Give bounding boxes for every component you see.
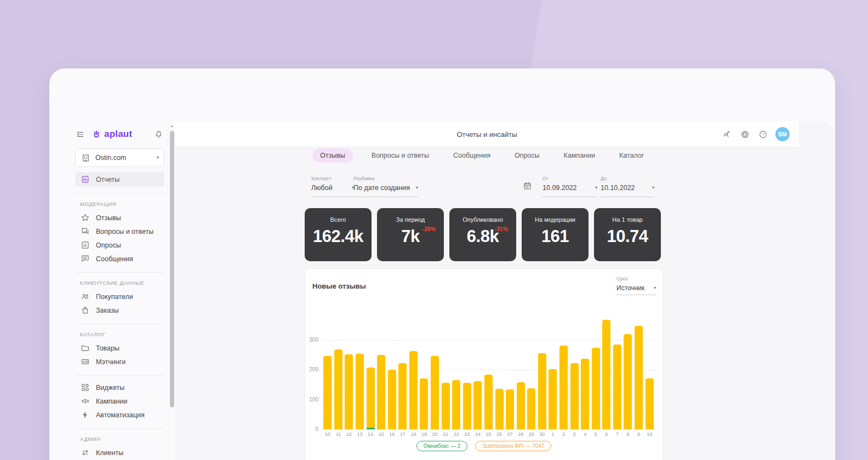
x-axis-label: 10 bbox=[644, 432, 655, 437]
tab-questions-answers[interactable]: Вопросы и ответы bbox=[366, 148, 435, 163]
x-axis-label: 13 bbox=[355, 432, 366, 437]
top-bar: Отчеты и инсайты ? BM bbox=[175, 122, 798, 147]
kpi-label: Всего bbox=[305, 216, 372, 223]
widgets-icon bbox=[80, 383, 90, 393]
x-axis-label: 11 bbox=[333, 432, 344, 437]
x-axis-label: 19 bbox=[419, 432, 430, 437]
megaphone-icon bbox=[80, 396, 90, 406]
context-select[interactable]: Контекст Любой▾ bbox=[311, 176, 354, 197]
sidebar-item-messages[interactable]: Сообщения bbox=[75, 252, 164, 266]
chart-legend: Омнибокс — 2Submissions API — 7047 bbox=[305, 441, 663, 451]
bar-slot bbox=[644, 269, 655, 429]
bar-slot bbox=[612, 269, 623, 429]
bar bbox=[431, 356, 439, 429]
sidebar-item-label: Вопросы и ответы bbox=[96, 228, 153, 235]
bar-slot bbox=[580, 269, 591, 429]
bar bbox=[323, 356, 332, 429]
kpi-label: На 1 товар bbox=[594, 216, 661, 223]
sidebar-item-clients[interactable]: Клиенты bbox=[75, 446, 164, 459]
notifications-bell-icon[interactable] bbox=[153, 129, 163, 139]
page-background: aplaut Ostin.com ▾ Отчеты МОДЕРАЦИЯО bbox=[0, 0, 868, 460]
bar-slot bbox=[365, 269, 376, 429]
y-axis-label: 300 bbox=[305, 337, 318, 343]
sidebar-item-matchings[interactable]: Мэтчинги bbox=[75, 355, 164, 369]
date-to-select[interactable]: До 10.10.2022▾ bbox=[601, 176, 654, 197]
help-icon[interactable]: ? bbox=[757, 129, 768, 140]
breakdown-select[interactable]: Разбивка По дате создания▾ bbox=[353, 176, 418, 197]
tab-polls[interactable]: Опросы bbox=[509, 148, 545, 163]
x-axis-label: 20 bbox=[430, 432, 441, 437]
bar-slot bbox=[440, 269, 451, 429]
bar bbox=[398, 363, 407, 429]
sidebar-divider bbox=[75, 324, 164, 324]
sidebar-header: aplaut bbox=[75, 122, 164, 144]
bar bbox=[570, 363, 579, 429]
bar bbox=[581, 359, 589, 429]
sidebar-item-widgets[interactable]: Виджеты bbox=[75, 381, 164, 394]
bar bbox=[484, 375, 493, 429]
x-axis-label: 10 bbox=[322, 432, 333, 437]
sidebar-item-reports[interactable]: Отчеты bbox=[75, 172, 164, 187]
sidebar-item-polls[interactable]: Опросы bbox=[75, 238, 164, 252]
bar-slot bbox=[623, 269, 633, 429]
sidebar-item-label: Кампании bbox=[96, 398, 127, 405]
scrollbar-thumb[interactable] bbox=[170, 131, 174, 407]
chevron-down-icon: ▾ bbox=[652, 186, 654, 190]
aplaut-logo[interactable]: aplaut bbox=[92, 129, 132, 140]
chevron-down-icon: ▾ bbox=[595, 186, 597, 190]
x-axis-label: 9 bbox=[633, 432, 644, 437]
bar bbox=[473, 381, 482, 429]
project-selector[interactable]: Ostin.com ▾ bbox=[75, 148, 164, 167]
sidebar-item-campaigns[interactable]: Кампании bbox=[75, 394, 164, 408]
sidebar-item-label: Отчеты bbox=[96, 176, 119, 183]
x-axis-label: 25 bbox=[483, 432, 494, 437]
legend-chip[interactable]: Submissions API — 7047 bbox=[475, 441, 551, 451]
x-axis-label: 27 bbox=[505, 432, 516, 437]
legend-chip[interactable]: Омнибокс — 2 bbox=[416, 441, 468, 451]
folder-icon bbox=[80, 343, 90, 353]
sidebar-item-reviews[interactable]: Отзывы bbox=[75, 211, 164, 225]
x-axis-label: 1 bbox=[547, 432, 558, 437]
bar-slot bbox=[462, 269, 473, 429]
bar bbox=[420, 378, 428, 429]
target-icon[interactable] bbox=[739, 129, 750, 140]
tab-campaigns[interactable]: Кампании bbox=[558, 148, 601, 163]
tab-messages[interactable]: Сообщения bbox=[448, 148, 496, 163]
sidebar-scrollbar[interactable]: ▲ ▼ bbox=[168, 122, 176, 460]
bar-slot bbox=[322, 269, 333, 429]
bar-slot bbox=[537, 269, 548, 429]
sidebar-item-orders[interactable]: Заказы bbox=[75, 303, 164, 317]
company-icon bbox=[81, 153, 90, 163]
bar-slot bbox=[633, 269, 644, 429]
date-from-select[interactable]: От 10.09.2022▾ bbox=[542, 176, 597, 197]
x-axis-label: 5 bbox=[590, 432, 601, 437]
product-tour-icon[interactable] bbox=[721, 129, 732, 140]
orders-icon bbox=[80, 306, 90, 315]
sidebar-item-questions-answers[interactable]: Вопросы и ответы bbox=[75, 225, 164, 238]
scroll-up-icon[interactable]: ▲ bbox=[168, 124, 176, 128]
x-axis-label: 14 bbox=[365, 432, 376, 437]
avatar[interactable]: BM bbox=[775, 127, 790, 141]
bar bbox=[624, 334, 632, 429]
kpi-card: За период -26% 7k bbox=[377, 208, 444, 261]
sidebar-item-label: Товары bbox=[96, 344, 119, 352]
sidebar-item-label: Отзывы bbox=[96, 214, 121, 222]
sidebar-item-customers[interactable]: Покупатели bbox=[75, 290, 164, 303]
tab-catalog[interactable]: Каталог bbox=[614, 148, 649, 163]
tab-reviews[interactable]: Отзывы bbox=[312, 148, 353, 163]
sidebar-item-label: Заказы bbox=[96, 307, 119, 314]
svg-text:?: ? bbox=[762, 132, 764, 137]
bar-slot bbox=[505, 269, 516, 429]
calendar-icon[interactable] bbox=[522, 181, 532, 191]
sidebar-item-automation[interactable]: Автоматизация bbox=[75, 408, 164, 422]
x-axis-label: 28 bbox=[515, 432, 526, 437]
sidebar-collapse-icon[interactable] bbox=[75, 129, 85, 139]
breakdown-value: По дате создания bbox=[353, 184, 410, 192]
sidebar-item-label: Виджеты bbox=[96, 384, 124, 392]
bar-slot bbox=[526, 269, 537, 429]
date-to-value: 10.10.2022 bbox=[601, 184, 635, 192]
sidebar-item-label: Сообщения bbox=[96, 255, 133, 263]
sidebar-item-products[interactable]: Товары bbox=[75, 341, 164, 355]
star-icon bbox=[80, 213, 90, 223]
kpi-card: На 1 товар 10.74 bbox=[594, 208, 661, 261]
